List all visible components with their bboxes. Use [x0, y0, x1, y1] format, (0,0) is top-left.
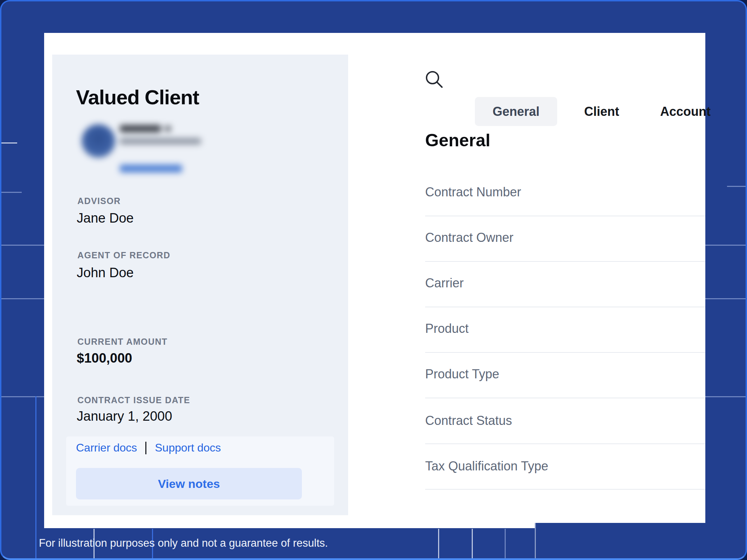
- client-summary-panel: Valued Client ADVISOR Jane Doe AGENT OF …: [52, 55, 348, 515]
- tab-account[interactable]: Account: [657, 97, 713, 126]
- row-divider: [425, 261, 705, 262]
- field-row-contract-owner[interactable]: Contract Owner: [425, 230, 705, 245]
- field-row-product-type[interactable]: Product Type: [425, 367, 705, 382]
- row-divider: [425, 352, 705, 353]
- row-divider: [425, 398, 705, 398]
- support-docs-link[interactable]: Support docs: [155, 441, 221, 454]
- chevron-down-icon: [165, 126, 171, 132]
- tab-client[interactable]: Client: [580, 97, 623, 126]
- current-amount-value: $100,000: [77, 351, 132, 366]
- redacted-account-link[interactable]: [120, 164, 182, 173]
- contract-issue-date-value: January 1, 2000: [77, 409, 172, 424]
- row-divider: [425, 489, 705, 490]
- content-card: Valued Client ADVISOR Jane Doe AGENT OF …: [44, 33, 705, 528]
- app-canvas: Valued Client ADVISOR Jane Doe AGENT OF …: [0, 0, 747, 560]
- row-divider: [425, 216, 705, 216]
- row-divider: [425, 443, 705, 444]
- field-row-carrier[interactable]: Carrier: [425, 276, 705, 290]
- field-row-contract-status[interactable]: Contract Status: [425, 413, 705, 428]
- account-avatar: [82, 124, 115, 158]
- carrier-docs-link[interactable]: Carrier docs: [76, 441, 137, 454]
- blueprint-line: [438, 529, 439, 560]
- agent-of-record-label: AGENT OF RECORD: [77, 250, 170, 260]
- tab-general[interactable]: General: [475, 97, 557, 126]
- advisor-value: Jane Doe: [77, 211, 134, 226]
- blueprint-notch: [535, 523, 747, 560]
- view-notes-button[interactable]: View notes: [76, 468, 302, 499]
- advisor-label: ADVISOR: [77, 196, 121, 206]
- search-button[interactable]: [423, 69, 446, 91]
- row-divider: [425, 307, 705, 307]
- field-row-tax-qualification-type[interactable]: Tax Qualification Type: [425, 459, 705, 474]
- docs-notes-subpanel: Carrier docs Support docs View notes: [66, 436, 334, 506]
- field-row-product[interactable]: Product: [425, 321, 705, 336]
- footer-disclaimer: For illustration purposes only and not a…: [39, 537, 328, 550]
- current-amount-label: CURRENT AMOUNT: [77, 337, 168, 347]
- blueprint-line: [505, 529, 506, 560]
- redacted-account-name: [120, 125, 161, 132]
- section-heading: General: [425, 130, 490, 150]
- doc-links-row: Carrier docs Support docs: [76, 441, 221, 454]
- agent-of-record-value: John Doe: [77, 265, 134, 280]
- blueprint-line: [472, 529, 473, 560]
- search-icon: [423, 69, 446, 91]
- link-separator: [145, 442, 146, 454]
- contract-issue-date-label: CONTRACT ISSUE DATE: [77, 395, 190, 405]
- blueprint-line: [727, 186, 747, 187]
- redacted-account-subtitle: [120, 138, 201, 145]
- blueprint-line: [1, 142, 17, 144]
- blueprint-line: [1, 192, 22, 193]
- field-row-contract-number[interactable]: Contract Number: [425, 185, 705, 200]
- blueprint-line: [35, 396, 36, 560]
